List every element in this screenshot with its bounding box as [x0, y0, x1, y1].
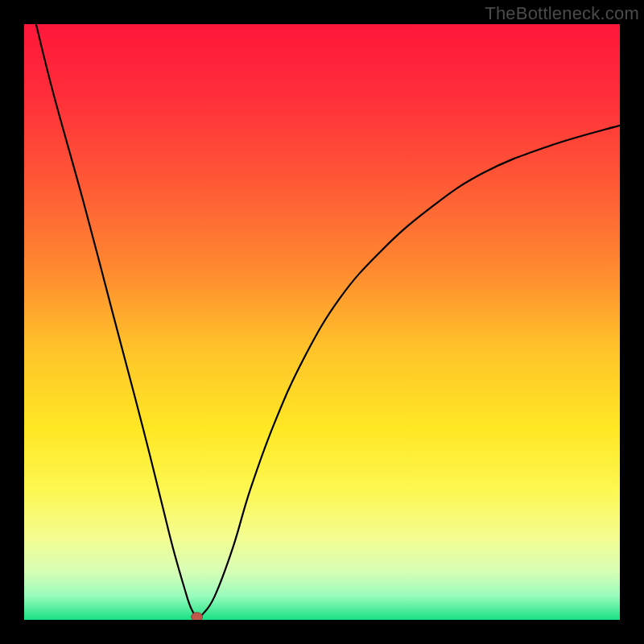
plot-area — [24, 24, 620, 620]
bottleneck-curve — [24, 24, 620, 620]
chart-frame: TheBottleneck.com — [0, 0, 644, 644]
optimal-point-marker — [192, 613, 203, 620]
watermark-text: TheBottleneck.com — [485, 3, 639, 24]
